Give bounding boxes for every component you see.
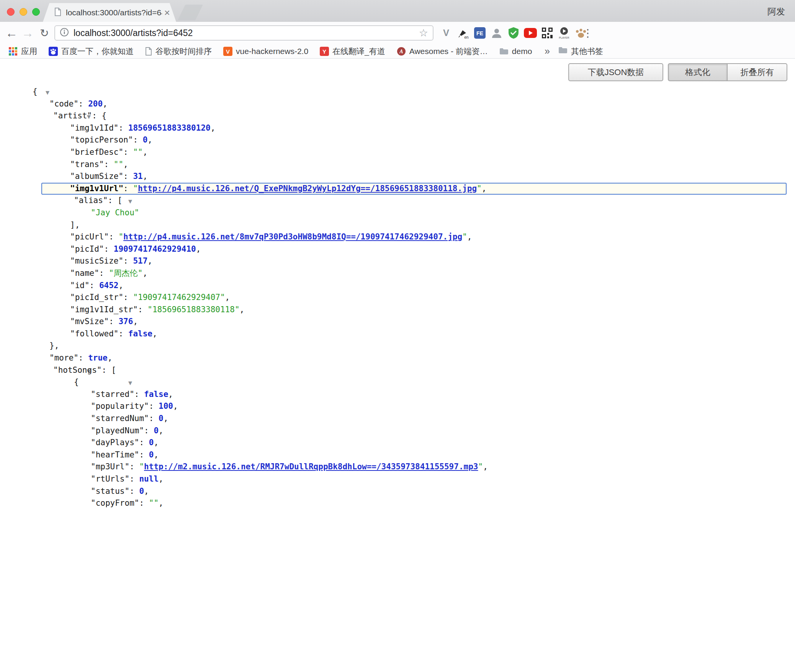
json-punctuation: : bbox=[139, 450, 149, 459]
vue-icon: V bbox=[223, 47, 232, 56]
new-tab-button[interactable] bbox=[178, 5, 203, 20]
json-line: "img1v1Id": 18569651883380120, bbox=[0, 122, 795, 134]
json-punctuation: : bbox=[92, 111, 101, 120]
bookmark-item[interactable]: Vvue-hackernews-2.0 bbox=[223, 47, 308, 56]
json-key: "id" bbox=[70, 281, 90, 290]
json-punctuation: , bbox=[159, 498, 164, 508]
tab-close-icon[interactable]: × bbox=[164, 8, 170, 18]
collapse-toggle-icon[interactable]: ▼ bbox=[128, 198, 132, 204]
json-value: true bbox=[88, 353, 108, 362]
tab-title: localhost:3000/artists?id=645 bbox=[66, 8, 162, 17]
svg-text:Y: Y bbox=[322, 48, 326, 54]
json-quote: " bbox=[118, 232, 123, 241]
other-bookmarks-folder[interactable]: 其他书签 bbox=[558, 44, 603, 58]
json-key: "albumSize" bbox=[70, 172, 123, 181]
json-value: 19097417462929410 bbox=[114, 244, 196, 254]
json-line: "code": 200, bbox=[0, 98, 795, 110]
translate-pen-icon[interactable]: en bbox=[456, 25, 470, 41]
json-line: ▼{ bbox=[0, 376, 795, 388]
json-punctuation: : bbox=[104, 244, 114, 254]
zoom-window-button[interactable] bbox=[32, 8, 40, 16]
download-json-button[interactable]: 下载JSON数据 bbox=[568, 63, 663, 81]
close-window-button[interactable] bbox=[7, 8, 15, 16]
json-punctuation: , bbox=[240, 305, 245, 314]
json-quote: " bbox=[462, 232, 467, 241]
bookmark-item[interactable]: Y在线翻译_有道 bbox=[320, 46, 385, 57]
json-punctuation: : bbox=[139, 438, 149, 447]
json-key: "mvSize" bbox=[70, 317, 109, 326]
json-punctuation: : bbox=[123, 293, 133, 302]
bookmark-item[interactable]: 应用 bbox=[8, 46, 37, 57]
json-punctuation: : bbox=[129, 487, 139, 496]
json-string: "" bbox=[133, 148, 142, 157]
address-bar[interactable]: localhost:3000/artists?id=6452 ☆ bbox=[54, 25, 433, 41]
json-punctuation: [ bbox=[118, 196, 123, 205]
json-key: "starred" bbox=[91, 390, 134, 399]
json-url-link[interactable]: http://p4.music.126.net/8mv7qP30Pd3oHW8b… bbox=[123, 232, 462, 241]
minimize-window-button[interactable] bbox=[20, 8, 27, 16]
shield-icon[interactable] bbox=[506, 25, 521, 41]
youtube-icon[interactable] bbox=[523, 25, 538, 41]
json-punctuation: : bbox=[144, 426, 154, 435]
back-button[interactable]: ← bbox=[3, 22, 20, 44]
json-key: "popularity" bbox=[91, 402, 149, 411]
browser-menu-icon[interactable]: ⋮ bbox=[581, 22, 595, 44]
bookmark-label: 应用 bbox=[21, 46, 37, 57]
json-key: "picId" bbox=[70, 244, 104, 254]
forward-button[interactable]: → bbox=[19, 22, 36, 44]
reload-button[interactable]: ↻ bbox=[36, 22, 53, 44]
json-punctuation: , bbox=[143, 148, 148, 157]
profile-name[interactable]: 阿发 bbox=[767, 6, 785, 18]
json-url-link[interactable]: http://p4.music.126.net/Q_ExePNkmgB2yWyL… bbox=[138, 184, 477, 193]
json-url-link[interactable]: http://m2.music.126.net/RMJR7wDullRqppBk… bbox=[144, 462, 478, 471]
json-line: "briefDesc": "", bbox=[0, 146, 795, 159]
collapse-all-button[interactable]: 折叠所有 bbox=[728, 63, 787, 81]
player-icon[interactable]: PLAYER bbox=[557, 25, 571, 41]
json-key: "hotSongs" bbox=[53, 366, 101, 375]
bookmark-item[interactable]: demo bbox=[499, 47, 532, 56]
json-quote: " bbox=[477, 184, 482, 193]
json-punctuation: , bbox=[225, 293, 230, 302]
collapse-toggle-icon[interactable]: ▼ bbox=[46, 90, 49, 95]
view-mode-segmented: 格式化 折叠所有 bbox=[668, 63, 787, 81]
person-icon[interactable] bbox=[489, 25, 504, 41]
json-line-highlighted: "img1v1Url": "http://p4.music.126.net/Q_… bbox=[0, 183, 795, 195]
json-punctuation: : bbox=[123, 184, 133, 193]
site-info-icon[interactable] bbox=[60, 28, 69, 38]
youdao-icon: Y bbox=[320, 47, 329, 56]
json-line: "trans": "", bbox=[0, 159, 795, 171]
awesomes-icon: A bbox=[397, 47, 406, 56]
bookmark-item[interactable]: 谷歌按时间排序 bbox=[145, 46, 212, 57]
bookmarks-overflow-icon[interactable]: » bbox=[545, 44, 550, 58]
json-punctuation: , bbox=[211, 123, 216, 133]
fe-icon[interactable]: FE bbox=[473, 25, 487, 41]
browser-tab[interactable]: localhost:3000/artists?id=645 × bbox=[43, 3, 176, 22]
v-flag-icon[interactable]: V bbox=[439, 25, 453, 41]
tab-bar: localhost:3000/artists?id=645 × 阿发 bbox=[0, 0, 795, 22]
json-value: 100 bbox=[159, 402, 173, 411]
json-value: 200 bbox=[88, 99, 103, 108]
json-punctuation: [ bbox=[111, 366, 116, 375]
json-key: "hearTime" bbox=[91, 450, 139, 459]
json-punctuation: : bbox=[104, 160, 114, 169]
json-line: "musicSize": 517, bbox=[0, 255, 795, 267]
json-value: false bbox=[128, 329, 152, 338]
qrcode-icon[interactable] bbox=[540, 25, 555, 41]
json-line: "followed": false, bbox=[0, 328, 795, 340]
json-key: "more" bbox=[49, 353, 79, 362]
json-line: "name": "周杰伦", bbox=[0, 267, 795, 280]
bookmark-item[interactable]: 百度一下，你就知道 bbox=[49, 46, 134, 57]
json-punctuation: : bbox=[149, 402, 159, 411]
json-punctuation: { bbox=[33, 87, 38, 96]
format-button[interactable]: 格式化 bbox=[668, 63, 728, 81]
collapse-toggle-icon[interactable]: ▼ bbox=[128, 380, 132, 386]
bookmark-item[interactable]: AAwesomes - 前端资… bbox=[397, 46, 488, 57]
json-punctuation: , bbox=[154, 450, 159, 459]
json-key: "briefDesc" bbox=[70, 148, 123, 157]
json-value: 0 bbox=[149, 450, 154, 459]
svg-text:FE: FE bbox=[476, 30, 483, 36]
json-punctuation: , bbox=[142, 269, 147, 278]
bookmark-star-icon[interactable]: ☆ bbox=[419, 28, 428, 38]
json-viewer-controls: 下载JSON数据 格式化 折叠所有 bbox=[568, 63, 787, 81]
json-line: "img1v1Id_str": "18569651883380118", bbox=[0, 304, 795, 316]
